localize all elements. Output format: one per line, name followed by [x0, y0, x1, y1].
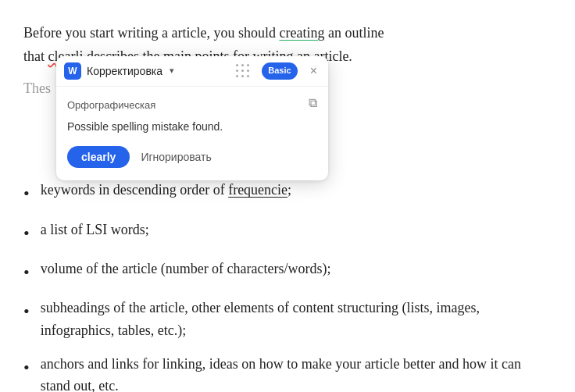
- popup-message: Possible spelling mistake found.: [67, 119, 317, 135]
- popup-header: W Корректировка ▾ Basic ×: [56, 56, 328, 87]
- popup-title: Корректировка: [87, 62, 162, 80]
- drag-handle-icon[interactable]: [236, 64, 251, 79]
- list-item-subheadings: subheadings of the article, other elemen…: [23, 297, 552, 342]
- intro-line2a: that: [23, 48, 48, 64]
- list-item-text: a list of LSI words;: [41, 219, 149, 241]
- intro-text-before: Before you start writing a article, you …: [23, 25, 279, 41]
- intro-text-after: an outline: [324, 25, 384, 41]
- list-item-text: volume of the article (number of charact…: [41, 258, 331, 280]
- popup-actions: clearly Игнорировать: [67, 146, 317, 168]
- close-button[interactable]: ×: [309, 65, 319, 77]
- spell-check-popup: W Корректировка ▾ Basic × Орфографическа…: [56, 56, 328, 180]
- list-item-text: keywords in descending order of frequenc…: [41, 179, 291, 201]
- list-item-lsi: a list of LSI words;: [23, 219, 552, 247]
- list-item-keywords: keywords in descending order of frequenc…: [23, 179, 552, 207]
- chevron-down-icon[interactable]: ▾: [170, 64, 174, 78]
- list-item-text: anchors and links for linking, ideas on …: [41, 353, 552, 392]
- copy-button[interactable]: ⧉: [309, 96, 317, 110]
- ignore-button[interactable]: Игнорировать: [138, 146, 214, 168]
- fix-button[interactable]: clearly: [67, 146, 130, 168]
- creating-word: creating: [279, 25, 324, 41]
- frequencie-word: frequencie: [228, 182, 288, 198]
- list-item-volume: volume of the article (number of charact…: [23, 258, 552, 286]
- popup-body: Орфографическая ⧉ Possible spelling mist…: [56, 87, 328, 180]
- popup-header-left: W Корректировка ▾: [64, 62, 174, 80]
- app-logo: W: [64, 62, 81, 80]
- basic-badge: Basic: [262, 62, 297, 80]
- list-item-text: subheadings of the article, other elemen…: [41, 297, 552, 342]
- section-title: Орфографическая: [67, 98, 155, 114]
- list-item-anchors: anchors and links for linking, ideas on …: [23, 353, 552, 392]
